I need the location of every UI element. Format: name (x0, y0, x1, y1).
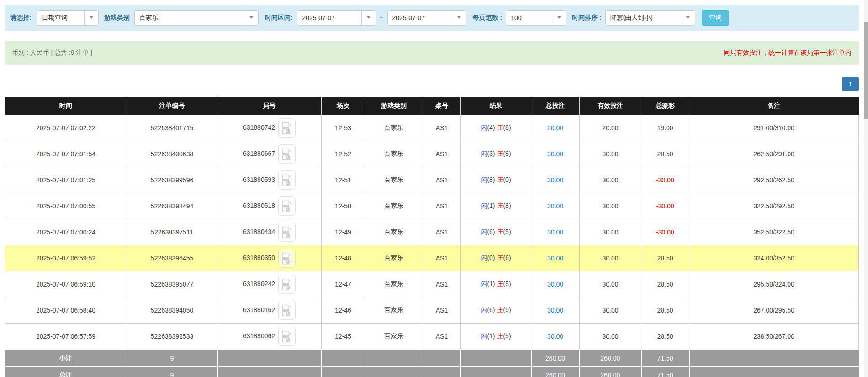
banker-result-points: (0) (503, 176, 511, 183)
total-bet-link[interactable]: 30.00 (547, 255, 563, 262)
column-header-9: 总派彩 (641, 97, 689, 115)
empty-cell (461, 350, 531, 366)
page-button-1[interactable]: 1 (842, 77, 859, 91)
table-no-cell: AS1 (423, 219, 461, 245)
total-bet-link[interactable]: 30.00 (547, 150, 563, 158)
empty-cell (217, 350, 322, 366)
banker-result-points: (5) (503, 228, 511, 235)
total-bet-link[interactable]: 30.00 (547, 281, 563, 288)
total-bet-cell: 30.00 (531, 324, 580, 350)
query-type-select[interactable]: 日期查询 (37, 10, 99, 26)
game-category-select[interactable]: 百家乐 (134, 10, 259, 26)
subtotal-row-payout: 71.50 (641, 350, 689, 366)
bet-id-cell: 522638396455 (127, 245, 217, 271)
bet-id-cell: 522638398494 (127, 193, 217, 219)
video-replay-button[interactable] (278, 223, 296, 242)
banker-result-points: (8) (503, 124, 511, 131)
remark-cell: 292.50/262.50 (689, 167, 859, 193)
scrollbar-thumb[interactable] (864, 22, 868, 119)
game-type-cell: 百家乐 (365, 141, 423, 167)
video-replay-button[interactable] (278, 327, 296, 346)
date-to-select[interactable]: 2025-07-07 (387, 10, 466, 26)
round-number: 631880434 (243, 228, 275, 235)
total-bet-link[interactable]: 20.00 (547, 124, 563, 132)
game-category-label: 游戏类别 (104, 14, 130, 22)
valid-bet-cell: 30.00 (580, 245, 641, 271)
empty-cell (689, 366, 859, 377)
banker-result-label: 庄 (497, 306, 503, 313)
column-header-1: 注单编号 (127, 97, 217, 115)
total-bet-link[interactable]: 30.00 (547, 228, 563, 236)
table-no-cell: AS1 (423, 141, 461, 167)
grand-total-row-total-bet: 260.00 (531, 366, 580, 377)
result-cell: 闲(6) 庄(9) (461, 297, 531, 324)
time-sort-select[interactable]: 降冪(由大到小) (605, 10, 695, 26)
player-result-points: (1) (487, 280, 495, 287)
column-header-10: 备注 (689, 97, 859, 115)
player-result-label: 闲 (481, 124, 487, 131)
video-replay-button[interactable] (278, 301, 296, 320)
empty-cell (423, 366, 461, 377)
bet-id-cell: 522638394050 (127, 297, 217, 324)
time-cell: 2025-07-07 07:02:22 (5, 115, 127, 141)
video-replay-button[interactable] (278, 275, 296, 294)
table-header-row: 时间注单编号局号场次游戏类别桌号结果总投注有效投注总派彩备注 (5, 97, 859, 115)
chevron-down-icon (452, 11, 466, 25)
valid-bet-cell: 30.00 (580, 219, 641, 245)
bet-id-cell: 522638397511 (127, 219, 217, 245)
total-bet-link[interactable]: 30.00 (547, 307, 563, 314)
session-cell: 12-45 (322, 324, 365, 350)
result-cell: 闲(1) 庄(8) (461, 193, 531, 219)
table-no-cell: AS1 (423, 324, 461, 350)
banker-result-label: 庄 (497, 124, 503, 131)
table-no-cell: AS1 (423, 245, 461, 271)
round-number: 631880162 (243, 306, 275, 313)
empty-cell (322, 350, 365, 366)
page-size-select[interactable]: 100 (506, 10, 566, 26)
column-header-5: 桌号 (423, 97, 461, 115)
remark-cell: 238.50/267.00 (689, 324, 859, 350)
total-bet-link[interactable]: 30.00 (547, 333, 563, 340)
player-result-label: 闲 (481, 150, 487, 157)
column-header-8: 有效投注 (580, 97, 641, 115)
round-number: 631880062 (243, 332, 275, 340)
valid-bet-cell: 30.00 (580, 167, 641, 193)
date-from-select[interactable]: 2025-07-07 (297, 10, 376, 26)
currency-total-text: 币别 : 人民币 | 总共 :9 注单 | (12, 49, 92, 57)
session-cell: 12-50 (322, 193, 365, 219)
total-bet-cell: 30.00 (531, 193, 580, 219)
total-bet-link[interactable]: 30.00 (547, 176, 563, 184)
time-sort-label: 时间排序 : (572, 14, 602, 22)
chevron-down-icon (361, 11, 376, 25)
round-number: 631880350 (243, 254, 275, 261)
player-result-points: (6) (487, 306, 495, 313)
payout-cell: 28.50 (641, 324, 689, 350)
round-number: 631880742 (243, 124, 275, 131)
grand-total-row-count: 9 (127, 366, 217, 377)
session-cell: 12-47 (322, 271, 365, 297)
search-button[interactable]: 查询 (702, 10, 729, 26)
chevron-down-icon (244, 11, 258, 25)
table-no-cell: AS1 (423, 271, 461, 297)
result-cell: 闲(8) 庄(0) (461, 167, 531, 193)
game-type-cell: 百家乐 (365, 324, 423, 350)
remark-cell: 322.50/292.50 (689, 193, 859, 219)
video-replay-button[interactable] (278, 249, 296, 268)
subtotal-row-count: 9 (127, 350, 217, 366)
video-replay-button[interactable] (278, 170, 296, 190)
round-cell: 631880062 (217, 324, 322, 350)
remark-cell: 267.00/295.50 (689, 297, 859, 324)
result-cell: 闲(3) 庄(8) (461, 141, 531, 167)
total-bet-link[interactable]: 30.00 (547, 202, 563, 210)
table-row: 2025-07-07 06:58:40522638394050631880162… (5, 297, 859, 324)
time-cell: 2025-07-07 06:59:10 (5, 271, 127, 297)
banker-result-points: (8) (503, 150, 511, 157)
video-replay-button[interactable] (278, 196, 296, 216)
player-result-points: (1) (487, 202, 495, 209)
round-cell: 631880742 (217, 115, 322, 141)
video-replay-button[interactable] (278, 144, 296, 164)
banker-result-points: (5) (503, 280, 511, 287)
video-replay-button[interactable] (278, 118, 296, 138)
vertical-scrollbar[interactable] (864, 0, 868, 377)
round-cell: 631880434 (217, 219, 322, 245)
